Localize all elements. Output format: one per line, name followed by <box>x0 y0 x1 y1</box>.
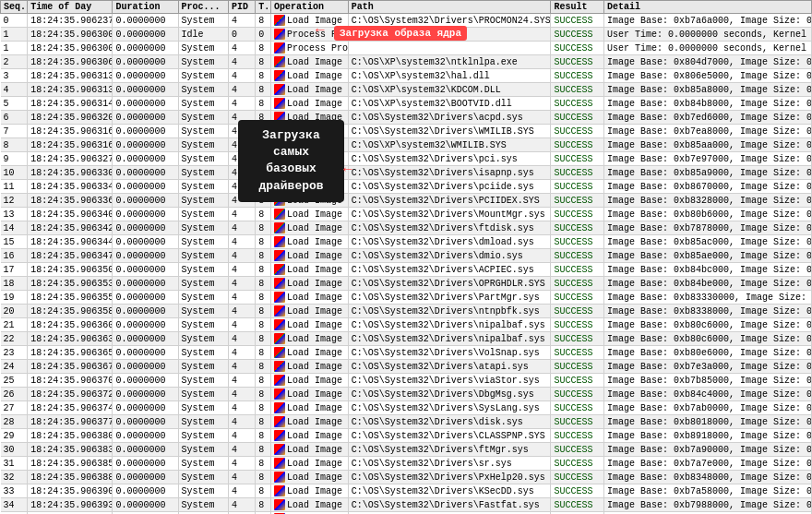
table-row[interactable]: 2818:24:35.90637730.0000000System48Load … <box>1 415 812 429</box>
table-row[interactable]: 218:24:35.90630640.0000000System48Load I… <box>1 55 812 69</box>
cell-seq: 23 <box>1 346 28 360</box>
cell-t: 8 <box>256 318 271 332</box>
table-row[interactable]: 118:24:35.90630000.0000000System48Proces… <box>1 42 812 55</box>
table-row[interactable]: 318:24:35.90631380.0000000System48Load I… <box>1 69 812 83</box>
cell-t: 8 <box>256 111 271 125</box>
cell-pid: 4 <box>228 318 255 332</box>
cell-time: 18:24:35.9063424 <box>28 221 113 235</box>
cell-pid: 4 <box>228 194 255 208</box>
col-header-duration[interactable]: Duration <box>113 1 178 14</box>
cell-time: 18:24:35.9063343 <box>28 180 113 194</box>
cell-dur: 0.0000000 <box>113 235 178 249</box>
cell-result: SUCCESS <box>551 55 604 69</box>
cell-detail: Image Base: 0xb80b6000, Image Size: 0xb0… <box>603 208 811 221</box>
table-row[interactable]: 2618:24:35.90637260.0000000System48Load … <box>1 388 812 401</box>
cell-time: 18:24:35.9063726 <box>28 388 113 401</box>
table-row[interactable]: 1618:24:35.90634740.0000000System48Load … <box>1 249 812 263</box>
operation-icon <box>274 389 287 400</box>
table-row[interactable]: 1218:24:35.90633630.0000000System48Load … <box>1 194 812 208</box>
table-row[interactable]: 1718:24:35.90635060.0000000System48Load … <box>1 263 812 277</box>
col-header-detail[interactable]: Detail <box>603 1 811 14</box>
table-row[interactable]: 718:24:35.90631600.0000000System48Load I… <box>1 125 812 138</box>
table-row[interactable]: 3418:24:35.90639300.0000000System48Load … <box>1 498 812 512</box>
cell-dur: 0.0000000 <box>113 69 178 83</box>
col-header-pid[interactable]: PID <box>228 1 255 14</box>
cell-time: 18:24:35.9063656 <box>28 346 113 360</box>
table-row[interactable]: 1818:24:35.90635330.0000000System48Load … <box>1 277 812 291</box>
table-row[interactable]: 1118:24:35.90633430.0000000System48Load … <box>1 180 812 194</box>
table-row[interactable]: 3018:24:35.90638320.0000000System48Load … <box>1 443 812 457</box>
cell-result: SUCCESS <box>551 138 604 152</box>
table-row[interactable]: 518:24:35.90631430.0000000System48Load I… <box>1 97 812 111</box>
cell-result: SUCCESS <box>551 83 604 97</box>
cell-detail: User Time: 0.0000000 seconds, Kernel Tim… <box>603 42 811 55</box>
table-row[interactable]: 2118:24:35.90636060.0000000System48Load … <box>1 318 812 332</box>
cell-detail: Image Base: 0xb85aa000, Image Size: 0x20… <box>603 138 811 152</box>
table-row[interactable]: 418:24:35.90631390.0000000System48Load I… <box>1 83 812 97</box>
table-row[interactable]: 018:24:35.90623770.0000000System48Load I… <box>1 14 812 28</box>
cell-time: 18:24:35.9063880 <box>28 471 113 484</box>
cell-pid: 0 <box>228 28 255 42</box>
cell-op: Load Image <box>270 83 348 97</box>
table-row[interactable]: 3118:24:35.90638540.0000000System48Load … <box>1 457 812 471</box>
col-header-result[interactable]: Result <box>551 1 604 14</box>
col-header-type[interactable]: T. <box>256 1 271 14</box>
cell-proc: System <box>178 263 228 277</box>
table-row[interactable]: 1518:24:35.90634490.0000000System48Load … <box>1 235 812 249</box>
cell-pid: 4 <box>228 138 255 152</box>
col-header-time[interactable]: Time of Day <box>28 1 113 14</box>
cell-pid: 4 <box>228 83 255 97</box>
cell-op: Load Image <box>270 374 348 388</box>
table-row[interactable]: 1918:24:35.90635560.0000000System48Load … <box>1 291 812 305</box>
operation-icon <box>274 182 287 192</box>
cell-detail: Image Base: 0xb8670000, Image Size: 0x10… <box>603 180 811 194</box>
cell-time: 18:24:35.9063930 <box>28 498 113 512</box>
cell-dur: 0.0000000 <box>113 55 178 69</box>
cell-proc: System <box>178 471 228 484</box>
operation-icon <box>274 209 287 220</box>
cell-op: Load Image <box>270 55 348 69</box>
table-row[interactable]: 818:24:35.90631630.0000000System48Load I… <box>1 138 812 152</box>
table-row[interactable]: 2218:24:35.90636310.0000000System48Load … <box>1 332 812 346</box>
table-row[interactable]: 2718:24:35.90637480.0000000System48Load … <box>1 401 812 415</box>
col-header-process[interactable]: Proc... <box>178 1 228 14</box>
cell-proc: System <box>178 305 228 318</box>
cell-detail: Image Base: 0xb85ae000, Image Size: 0x26… <box>603 249 811 263</box>
cell-op: Load Image <box>270 235 348 249</box>
cell-path: C:\OS\System32\Drivers\VolSnap.sys <box>348 346 551 360</box>
col-header-seq[interactable]: Seq.. <box>1 1 28 14</box>
cell-pid: 4 <box>228 305 255 318</box>
table-row[interactable]: 918:24:35.90632710.0000000System48Load I… <box>1 152 812 166</box>
cell-op: Load Image <box>270 443 348 457</box>
col-header-path[interactable]: Path <box>348 1 551 14</box>
cell-pid: 4 <box>228 208 255 221</box>
table-row[interactable]: 2518:24:35.90637010.0000000System48Load … <box>1 374 812 388</box>
table-row[interactable]: 2418:24:35.90636780.0000000System48Load … <box>1 360 812 374</box>
cell-path: C:\OS\System32\Drivers\atapi.sys <box>348 360 551 374</box>
operation-icon <box>274 196 287 206</box>
cell-seq: 12 <box>1 194 28 208</box>
cell-t: 8 <box>256 291 271 305</box>
cell-t: 8 <box>256 180 271 194</box>
cell-proc: System <box>178 194 228 208</box>
table-row[interactable]: 2018:24:35.90635810.0000000System48Load … <box>1 305 812 318</box>
col-header-operation[interactable]: Operation <box>270 1 348 14</box>
table-row[interactable]: 3218:24:35.90638800.0000000System48Load … <box>1 471 812 484</box>
table-row[interactable]: 1418:24:35.90634240.0000000System48Load … <box>1 221 812 235</box>
cell-proc: System <box>178 443 228 457</box>
cell-op: Load Image <box>270 332 348 346</box>
cell-seq: 15 <box>1 235 28 249</box>
table-row[interactable]: 1318:24:35.90634020.0000000System48Load … <box>1 208 812 221</box>
cell-seq: 32 <box>1 471 28 484</box>
table-row[interactable]: 2918:24:35.90638070.0000000System48Load … <box>1 429 812 443</box>
cell-result: SUCCESS <box>551 235 604 249</box>
cell-result: SUCCESS <box>551 484 604 498</box>
table-row[interactable]: 118:24:35.90630000.0000000Idle00Process … <box>1 28 812 42</box>
cell-seq: 26 <box>1 388 28 401</box>
table-row[interactable]: 2318:24:35.90636560.0000000System48Load … <box>1 346 812 360</box>
table-row[interactable]: 618:24:35.90632040.0000000System48Load I… <box>1 111 812 125</box>
cell-dur: 0.0000000 <box>113 360 178 374</box>
cell-path: C:\OS\System32\Drivers\PartMgr.sys <box>348 291 551 305</box>
table-row[interactable]: 1018:24:35.90633020.0000000System48Load … <box>1 166 812 180</box>
table-row[interactable]: 3318:24:35.90639050.0000000System48Load … <box>1 484 812 498</box>
